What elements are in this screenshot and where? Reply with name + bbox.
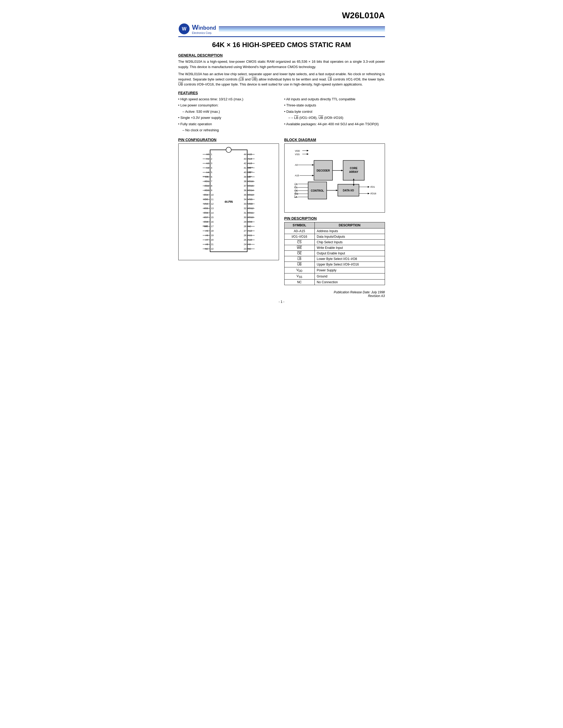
feature-item-3: Single +3.3V power supply [178,115,279,120]
svg-text:25: 25 [243,239,246,241]
svg-text:40: 40 [243,171,246,174]
svg-text:27: 27 [243,230,246,232]
svg-text:6: 6 [211,176,212,178]
pin-desc-cell: Chip Select Inputs [315,239,385,245]
svg-text:7: 7 [211,180,212,183]
svg-text:WE: WE [204,225,208,228]
pin-description-table: SYMBOL DESCRIPTION A0–A15Address InputsI… [284,222,385,285]
pin-table-row: VDDPower Supply [284,267,385,273]
svg-text:A15: A15 [248,153,252,156]
pin-desc-cell: No Connection [315,280,385,285]
svg-text:I/O4: I/O4 [203,194,208,196]
svg-text:22: 22 [211,248,213,250]
pin-symbol-cell: I/O1–I/O16 [284,234,315,239]
footer: Publication Release Date: July 1998 Revi… [178,290,385,298]
feature-item-4: Fully static operation [178,122,279,127]
svg-text:10: 10 [211,194,213,196]
svg-text:18: 18 [211,230,213,232]
pin-desc-title: PIN DESCRIPTION [284,216,385,221]
features-left: High speed access time: 10/12 nS (max.) … [178,97,279,134]
svg-text:2: 2 [211,158,212,160]
feature-item-7a: – LB (I/O1–I/O8), UB (I/O9–I/O16) [289,115,385,120]
blue-line-1 [219,26,385,27]
features-left-list: High speed access time: 10/12 nS (max.) … [178,97,279,133]
page-number: - 1 - [178,300,385,304]
svg-text:LB: LB [248,176,250,178]
pin-desc-cell: Address Inputs [315,228,385,234]
pin-symbol-cell: A0–A15 [284,228,315,234]
lb-overline-1: LB [239,77,244,81]
svg-text:39: 39 [243,176,246,178]
svg-text:A4: A4 [206,171,209,174]
svg-text:OE: OE [248,167,251,169]
block-diagram-title: BLOCK DIAGRAM [284,138,385,142]
general-description-section: GENERAL DESCRIPTION The W26L010A is a hi… [178,53,385,87]
svg-text:I/O8: I/O8 [203,221,208,223]
feature-item-2a: Active: 530 mW (max.) [182,109,279,114]
svg-marker-185 [368,186,370,188]
pin-desc-cell: Ground [315,273,385,279]
pin-table-header-desc: DESCRIPTION [315,222,385,228]
svg-text:W̄E: W̄E [295,192,298,195]
svg-text:CS: CS [205,176,208,178]
svg-text:33: 33 [243,203,246,205]
svg-text:I/O1: I/O1 [204,180,209,183]
svg-text:ŪB: ŪB [295,183,298,186]
svg-text:W: W [182,26,186,32]
svg-text:12: 12 [211,203,213,205]
svg-text:A6: A6 [205,234,208,237]
pin-table-row: NCNo Connection [284,280,385,285]
svg-text:36: 36 [243,189,246,192]
svg-text:VDD: VDD [248,203,253,205]
general-description-para1: The W26L010A is a high-speed, low-power … [178,59,385,69]
blue-lines-decoration [219,26,385,31]
blue-line-2 [219,28,385,29]
svg-text:I/O3: I/O3 [204,189,209,192]
svg-text:A1: A1 [206,158,209,160]
svg-text:C̄S: C̄S [295,186,298,189]
feature-item-2: Low power consumption: [178,103,279,108]
svg-text:11: 11 [211,198,213,201]
block-diagram-box: VDD VSS A0 A15 DECODER [284,143,385,213]
svg-text:A5: A5 [205,230,208,232]
svg-text:21: 21 [211,243,213,246]
pin-table-row: LBLower Byte Select I/O1–I/O8 [284,256,385,262]
svg-text:42: 42 [243,162,246,165]
svg-text:44: 44 [243,153,246,156]
svg-text:VDD: VDD [203,198,208,201]
block-diagram-svg: VDD VSS A0 A15 DECODER [287,146,383,209]
feature-item-7: Data byte control [284,109,385,114]
features-title: FEATURES [178,91,385,95]
svg-text:I/O1: I/O1 [371,186,375,188]
svg-text:I/O12: I/O12 [248,207,253,210]
feature-item-6: Three-state outputs [284,103,385,108]
svg-text:34: 34 [243,198,246,201]
pin-config-title: PIN CONFIGURATION [178,138,279,142]
pin-table-header-symbol: SYMBOL [284,222,315,228]
pin-desc-cell: Data Inputs/Outputs [315,234,385,239]
svg-text:NC: NC [205,248,208,250]
blue-line-3 [219,29,385,30]
page-title: W26L010A [178,11,385,20]
pin-table-row: VSSGround [284,273,385,279]
pin-symbol-cell: VSS [284,273,315,279]
svg-text:CONTROL: CONTROL [311,189,324,192]
svg-marker-147 [307,153,309,155]
svg-text:I/O5: I/O5 [203,207,208,210]
svg-marker-188 [368,193,370,194]
ub-overline-2: UB [178,82,183,86]
svg-text:A15: A15 [295,174,299,177]
pin-symbol-cell: LB [284,256,315,262]
svg-text:23: 23 [243,248,246,250]
svg-text:37: 37 [243,185,246,187]
svg-text:19: 19 [211,234,213,237]
svg-text:24: 24 [243,243,246,246]
svg-text:VDD: VDD [295,150,300,152]
svg-text:I/O11: I/O11 [248,212,253,214]
svg-marker-153 [312,175,314,176]
logo-inbond: inbond [198,25,216,31]
pin-table-header-row: SYMBOL DESCRIPTION [284,222,385,228]
pin-desc-cell: Output Enable Input [315,250,385,256]
pin-desc-cell: Upper Byte Select I/O9–I/O16 [315,262,385,267]
svg-point-3 [226,147,231,152]
